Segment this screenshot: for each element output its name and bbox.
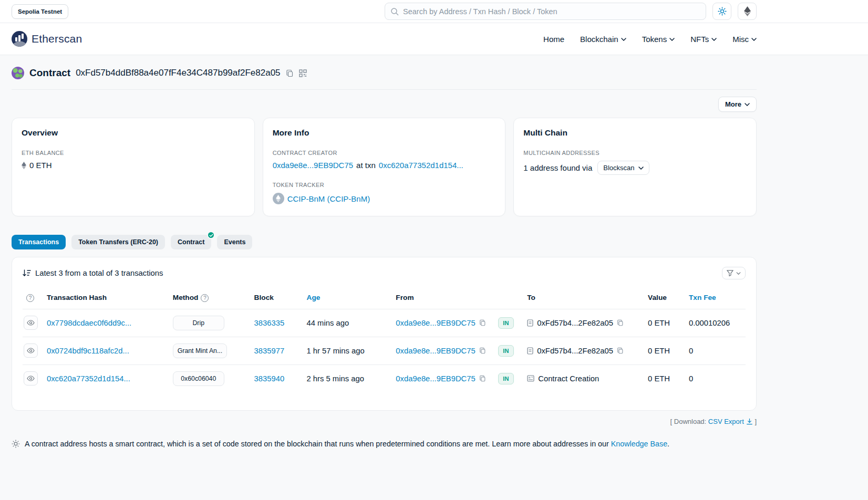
direction-badge: IN [498,317,513,329]
network-badge[interactable]: Sepolia Testnet [12,4,68,19]
tx-preview-button[interactable] [24,371,38,386]
chevron-down-icon [711,38,717,41]
tx-hash-link[interactable]: 0x0724bdf9c118afc2d... [47,347,129,355]
tab-contract[interactable]: Contract [171,235,211,249]
tip-icon [12,440,20,448]
col-header-from: From [395,287,497,309]
more-info-card: More Info CONTRACT CREATOR 0xda9e8e...9E… [263,118,506,216]
sort-list-icon [23,269,31,277]
token-tracker-label: TOKEN TRACKER [273,182,496,188]
tx-preview-button[interactable] [24,316,38,330]
contract-file-icon [527,319,533,327]
search-icon [390,7,399,16]
contract-file-icon [527,347,533,355]
col-header-age[interactable]: Age [306,287,395,309]
tab-events[interactable]: Events [217,235,252,249]
to-address: Contract Creation [538,374,599,383]
overview-card-title: Overview [22,128,245,138]
theme-toggle-button[interactable] [712,3,731,20]
download-prefix: [ Download: [670,418,707,425]
nav-item-blockchain[interactable]: Blockchain [580,35,626,44]
nav-item-tokens[interactable]: Tokens [642,35,675,44]
chevron-down-icon [736,272,741,275]
table-row: 0x0724bdf9c118afc2d... Grant Mint An... … [23,337,746,364]
address-identicon-avatar [12,67,24,79]
creator-address-link[interactable]: 0xda9e8e...9EB9DC75 [273,161,353,170]
tab-bar: Transactions Token Transfers (ERC-20) Co… [12,235,757,249]
blockscan-provider-dropdown[interactable]: Blockscan [597,161,649,175]
tab-token-transfers[interactable]: Token Transfers (ERC-20) [71,235,165,249]
nav-item-nfts[interactable]: NFTs [690,35,717,44]
network-switch-button[interactable] [738,3,757,20]
copy-icon [479,347,486,354]
from-address-link[interactable]: 0xda9e8e...9EB9DC75 [396,347,475,355]
contract-info-note: A contract address hosts a smart contrac… [12,440,757,448]
copy-icon [479,375,486,382]
chevron-down-icon [751,38,757,41]
funnel-icon [727,270,733,276]
help-icon[interactable]: ? [201,294,209,302]
tx-hash-link[interactable]: 0x7798dcdaec0f6dd9c... [47,319,131,327]
value-cell: 0 ETH [647,337,688,364]
method-badge: Grant Mint An... [173,343,227,358]
note-text: A contract address hosts a smart contrac… [25,440,609,448]
method-badge: 0x60c06040 [173,371,224,386]
copy-from-button[interactable] [479,347,486,354]
search-box[interactable] [385,3,706,20]
fee-cell: 0 [688,337,746,364]
copy-from-button[interactable] [479,319,486,326]
etherscan-logo-icon [12,31,27,47]
multichain-card-title: Multi Chain [523,128,747,138]
creation-txn-link[interactable]: 0xc620a77352d1d154... [379,161,463,170]
from-address-link[interactable]: 0xda9e8e...9EB9DC75 [396,319,475,327]
token-tracker-link[interactable]: CCIP-BnM (CCIP-BnM) [287,194,370,203]
eye-icon [27,320,35,326]
copy-from-button[interactable] [479,375,486,382]
knowledge-base-link[interactable]: Knowledge Base [611,440,667,448]
tx-preview-button[interactable] [24,343,38,358]
copy-icon [479,319,486,326]
copy-to-button[interactable] [617,319,624,326]
age-cell: 2 hrs 5 mins ago [306,364,395,392]
nav-menu: Home Blockchain Tokens NFTs Misc [543,35,757,44]
search-input[interactable] [403,7,700,16]
tab-transactions[interactable]: Transactions [12,235,66,249]
table-header-row: ? Transaction Hash Method? Block Age Fro… [23,287,746,309]
col-header-method: Method? [172,287,253,309]
transactions-summary: Latest 3 from a total of 3 transactions [35,269,163,277]
direction-badge: IN [498,345,513,357]
block-link[interactable]: 3836335 [254,319,285,327]
transactions-panel: Latest 3 from a total of 3 transactions … [12,257,757,411]
etherscan-logo[interactable]: Etherscan [12,31,82,47]
more-dropdown-button[interactable]: More [718,97,757,112]
col-header-hash: Transaction Hash [46,287,172,309]
from-address-link[interactable]: 0xda9e8e...9EB9DC75 [396,374,475,383]
page-title: Contract [29,67,70,79]
fee-cell: 0.00010206 [688,309,746,337]
ethereum-icon [744,6,751,16]
nav-item-home[interactable]: Home [543,35,564,44]
contract-creator-label: CONTRACT CREATOR [273,150,496,156]
chevron-down-icon [638,166,644,170]
copy-to-button[interactable] [617,347,624,354]
copy-address-button[interactable] [286,69,294,77]
col-header-to: To [526,287,647,309]
eth-balance-value: 0 ETH [29,161,52,170]
col-header-value: Value [647,287,688,309]
help-icon[interactable]: ? [26,294,34,302]
nav-item-misc[interactable]: Misc [732,35,757,44]
tx-hash-link[interactable]: 0xc620a77352d1d154... [47,374,130,383]
csv-export-link[interactable]: CSV Export [708,418,753,425]
qr-code-button[interactable] [299,69,307,77]
value-cell: 0 ETH [647,364,688,392]
multichain-card: Multi Chain MULTICHAIN ADDRESSES 1 addre… [513,118,757,216]
eye-icon [27,376,35,381]
contract-creation-icon [527,375,534,382]
block-link[interactable]: 3835940 [254,374,285,383]
age-cell: 44 mins ago [306,309,395,337]
creator-connector-text: at txn [356,161,376,170]
col-header-fee[interactable]: Txn Fee [688,287,746,309]
sun-icon [718,7,727,16]
block-link[interactable]: 3835977 [254,347,285,355]
filter-button[interactable] [722,267,746,279]
